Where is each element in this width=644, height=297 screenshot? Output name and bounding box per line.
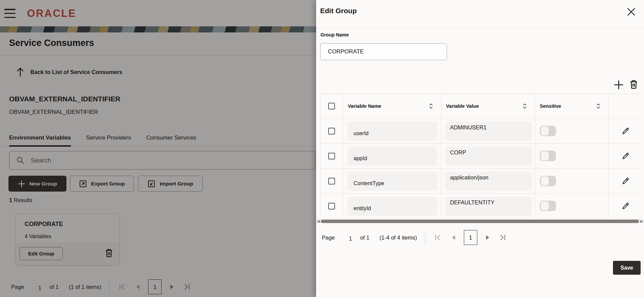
scroll-right-arrow-icon[interactable]: ▶ (640, 219, 643, 223)
variable-name-field[interactable]: ContentType (347, 172, 437, 191)
sort-icon[interactable] (429, 103, 433, 109)
drawer-title: Edit Group (320, 7, 357, 15)
drawer-header-divider (316, 28, 644, 28)
col-header-variable-value: Variable Value (446, 103, 479, 109)
sensitive-toggle[interactable] (540, 151, 556, 161)
row-checkbox[interactable] (328, 153, 335, 159)
col-header-sensitive: Sensitive (540, 103, 561, 109)
select-all-checkbox[interactable] (328, 103, 335, 109)
toggle-knob (541, 126, 549, 135)
pagination-of-label: of 1 (360, 234, 369, 241)
sensitive-toggle[interactable] (540, 201, 556, 211)
scrollbar-thumb[interactable] (321, 220, 639, 223)
table-row: entityId DEFAULTENTITY (320, 194, 642, 219)
pagination-divider (425, 231, 425, 244)
col-header-variable-name: Variable Name (348, 103, 381, 109)
edit-row-pencil-icon[interactable] (621, 127, 630, 135)
variable-value-field[interactable]: DEFAULTENTITY (445, 197, 532, 216)
edit-row-pencil-icon[interactable] (621, 177, 630, 185)
group-name-input[interactable] (320, 43, 447, 60)
scroll-left-arrow-icon[interactable]: ◀ (317, 219, 320, 223)
row-checkbox[interactable] (328, 203, 335, 209)
next-page-icon[interactable] (485, 235, 490, 240)
variable-name-field[interactable]: appId (347, 147, 437, 166)
edit-row-pencil-icon[interactable] (621, 152, 630, 160)
variable-name-field[interactable]: userId (347, 122, 437, 141)
pagination-page-label: Page (322, 234, 335, 241)
variable-name-field[interactable]: entityId (347, 197, 437, 216)
table-row: ContentType application/json (320, 169, 642, 194)
pagination-page-input[interactable]: 1 (349, 236, 352, 242)
sensitive-toggle[interactable] (540, 126, 556, 136)
edit-group-drawer: Edit Group Group Name Variable Name Vari… (316, 0, 644, 297)
variable-value-field[interactable]: application/json (445, 172, 532, 191)
variable-value-field[interactable]: ADMINUSER1 (445, 122, 532, 141)
sort-icon[interactable] (596, 103, 600, 109)
variable-value-field[interactable]: CORP (445, 147, 532, 166)
current-page-box[interactable]: 1 (464, 230, 477, 245)
sensitive-toggle[interactable] (540, 176, 556, 186)
first-page-icon[interactable] (434, 234, 442, 241)
previous-page-icon[interactable] (451, 235, 456, 240)
add-variable-icon[interactable] (614, 80, 624, 90)
toggle-knob (541, 201, 549, 211)
close-icon[interactable] (626, 7, 636, 17)
row-checkbox[interactable] (328, 128, 335, 134)
group-name-label: Group Name (320, 32, 349, 38)
edit-row-pencil-icon[interactable] (621, 202, 630, 211)
last-page-icon[interactable] (499, 234, 506, 241)
delete-variable-icon[interactable] (629, 79, 638, 90)
row-checkbox[interactable] (328, 178, 335, 184)
horizontal-scrollbar[interactable]: ◀ ▶ (316, 219, 644, 223)
save-button[interactable]: Save (613, 261, 641, 275)
table-row: userId ADMINUSER1 (320, 119, 642, 144)
pagination-items-label: (1-4 of 4 items) (380, 234, 417, 241)
toggle-knob (541, 176, 549, 185)
table-row: appId CORP (320, 144, 642, 169)
variables-table: Variable Name Variable Value Sensitive u… (320, 94, 642, 219)
toggle-knob (541, 151, 549, 160)
table-header-row: Variable Name Variable Value Sensitive (320, 94, 642, 119)
drawer-pagination: Page 1 of 1 (1-4 of 4 items) 1 (322, 230, 506, 245)
sort-icon[interactable] (523, 103, 527, 109)
